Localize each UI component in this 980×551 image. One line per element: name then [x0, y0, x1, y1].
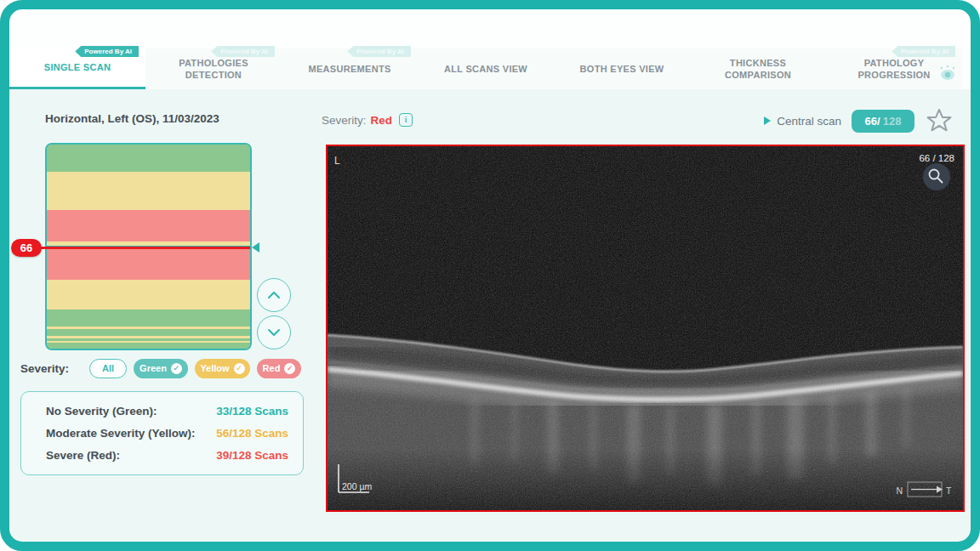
summary-row-red: Severe (Red): 39/128 Scans: [21, 449, 303, 462]
severity-stripe-green[interactable]: [47, 145, 250, 172]
content-area: Horizontal, Left (OS), 11/03/2023 66 Sev…: [9, 89, 971, 542]
central-scan-button[interactable]: Central scan: [764, 115, 841, 128]
severity-stripe-green[interactable]: [47, 329, 250, 336]
favorite-star-icon[interactable]: [925, 106, 954, 135]
scan-counter-badge: 66/ 128: [852, 110, 914, 133]
tab-label: ALL SCANS VIEW: [444, 63, 527, 75]
filter-red-button[interactable]: Red✓: [257, 359, 301, 378]
scan-down-button[interactable]: [257, 315, 291, 349]
temporal-label: T: [946, 486, 952, 496]
tab-label: MEASUREMENTS: [308, 63, 390, 75]
tab-thickness-comparison[interactable]: THICKNESS COMPARISON: [690, 48, 826, 89]
severity-filter-label: Severity:: [20, 362, 89, 375]
tab-label: THICKNESS COMPARISON: [702, 57, 814, 82]
summary-row-green: No Severity (Green): 33/128 Scans: [21, 405, 303, 418]
tab-both-eyes-view[interactable]: BOTH EYES VIEW: [554, 48, 690, 89]
severity-stripe-red[interactable]: [47, 249, 250, 280]
filter-green-button[interactable]: Green✓: [134, 359, 188, 378]
tab-label: PATHOLOGIES DETECTION: [157, 57, 270, 82]
severity-stripe-yellow[interactable]: [47, 280, 250, 310]
summary-value: 56/128 Scans: [216, 427, 288, 440]
severity-filter-row: Severity: All Green✓ Yellow✓ Red✓: [20, 358, 308, 378]
check-icon: ✓: [234, 363, 245, 374]
summary-value: 39/128 Scans: [216, 449, 288, 462]
summary-row-yellow: Moderate Severity (Yellow): 56/128 Scans: [21, 427, 303, 440]
scan-number-overlay: 66 / 128: [919, 153, 954, 163]
tab-label: PATHOLOGY PROGRESSION: [838, 57, 950, 82]
summary-label: Severe (Red):: [46, 449, 120, 462]
info-icon[interactable]: i: [399, 113, 413, 127]
scan-title: Horizontal, Left (OS), 11/03/2023: [45, 112, 219, 125]
zoom-button[interactable]: [923, 163, 950, 190]
play-icon: [764, 116, 771, 125]
scan-pointer-icon: [252, 242, 259, 253]
tab-label: SINGLE SCAN: [44, 61, 111, 73]
powered-by-ai-badge: Powered By AI: [892, 46, 955, 57]
filter-yellow-button[interactable]: Yellow✓: [195, 359, 250, 378]
tab-pathologies-detection[interactable]: Powered By AI PATHOLOGIES DETECTION: [145, 48, 282, 89]
powered-by-ai-badge: Powered By AI: [75, 46, 139, 57]
tab-label: BOTH EYES VIEW: [580, 63, 664, 75]
nasal-label: N: [896, 486, 903, 496]
tab-bar: Powered By AI SINGLE SCAN Powered By AI …: [9, 48, 962, 89]
viewer-toolbar: Central scan 66/ 128: [764, 106, 954, 135]
filter-label: Red: [263, 363, 281, 373]
eye-icon[interactable]: [937, 62, 959, 84]
main-frame: Powered By AI SINGLE SCAN Powered By AI …: [0, 0, 980, 551]
check-icon: ✓: [171, 363, 182, 374]
severity-summary-box: No Severity (Green): 33/128 Scans Modera…: [20, 391, 304, 475]
tab-all-scans-view[interactable]: ALL SCANS VIEW: [418, 48, 554, 89]
summary-label: No Severity (Green):: [46, 405, 157, 418]
severity-stripe-green[interactable]: [47, 310, 250, 327]
filter-label: Green: [140, 363, 167, 373]
severity-stripe-yellow[interactable]: [47, 172, 250, 211]
oct-scan-image: L 66 / 128 200 µm: [326, 145, 965, 512]
filter-label: Yellow: [200, 363, 229, 373]
severity-stripe-red[interactable]: [47, 210, 250, 241]
severity-label: Severity:: [322, 114, 367, 127]
current-scan-line: [38, 247, 250, 249]
severity-value: Red: [371, 114, 393, 127]
scan-up-button[interactable]: [257, 278, 291, 312]
chevron-up-icon: [267, 291, 281, 299]
chevron-down-icon: [267, 328, 281, 337]
severity-stripe-green[interactable]: [47, 343, 250, 349]
filter-all-button[interactable]: All: [89, 359, 127, 378]
powered-by-ai-badge: Powered By AI: [347, 46, 411, 57]
filter-label: All: [102, 363, 114, 373]
tab-measurements[interactable]: Powered By AI MEASUREMENTS: [282, 48, 418, 89]
summary-label: Moderate Severity (Yellow):: [46, 427, 196, 440]
powered-by-ai-badge: Powered By AI: [211, 46, 275, 57]
laterality-label: L: [334, 155, 340, 167]
scan-severity-indicator: Severity: Red i: [322, 113, 413, 127]
scan-counter-current: 66/: [865, 115, 880, 128]
central-scan-label: Central scan: [777, 115, 841, 128]
tab-single-scan[interactable]: Powered By AI SINGLE SCAN: [9, 48, 145, 89]
app-window: Powered By AI SINGLE SCAN Powered By AI …: [0, 0, 980, 551]
scan-noise-texture: [328, 146, 963, 510]
scale-label: 200 µm: [342, 481, 372, 491]
scan-counter-total: 128: [883, 115, 902, 128]
check-icon: ✓: [284, 363, 295, 374]
current-scan-marker[interactable]: 66: [11, 239, 42, 257]
summary-value: 33/128 Scans: [216, 405, 288, 418]
